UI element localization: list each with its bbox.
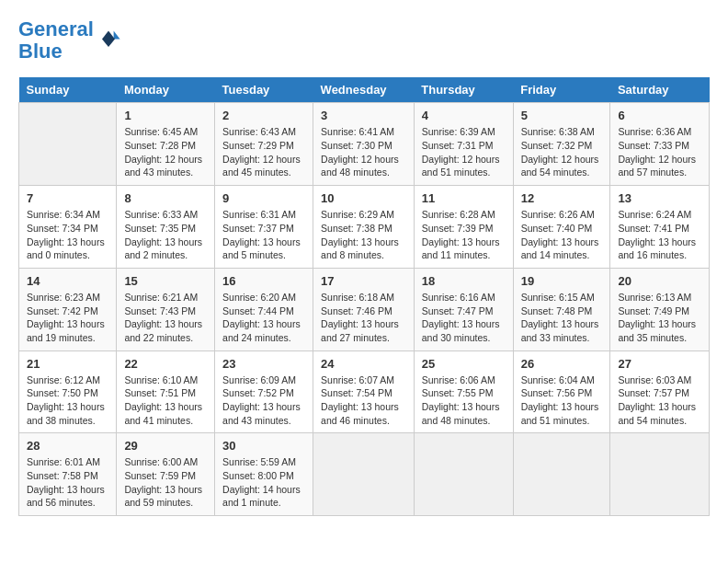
day-number: 27 bbox=[618, 357, 701, 371]
day-number: 12 bbox=[521, 191, 603, 205]
calendar-cell: 14Sunrise: 6:23 AMSunset: 7:42 PMDayligh… bbox=[19, 268, 117, 350]
day-number: 25 bbox=[422, 357, 506, 371]
calendar-cell bbox=[19, 103, 117, 186]
day-number: 4 bbox=[422, 109, 506, 122]
calendar-cell: 5Sunrise: 6:38 AMSunset: 7:32 PMDaylight… bbox=[513, 103, 610, 186]
logo-icon bbox=[96, 28, 121, 53]
weekday-header-monday: Monday bbox=[117, 77, 215, 103]
calendar-week-row: 28Sunrise: 6:01 AMSunset: 7:58 PMDayligh… bbox=[19, 433, 710, 516]
day-details: Sunrise: 6:23 AMSunset: 7:42 PMDaylight:… bbox=[27, 291, 108, 345]
day-number: 14 bbox=[27, 274, 108, 288]
day-details: Sunrise: 6:06 AMSunset: 7:55 PMDaylight:… bbox=[422, 373, 506, 428]
calendar-cell: 27Sunrise: 6:03 AMSunset: 7:57 PMDayligh… bbox=[610, 350, 710, 433]
calendar-cell: 7Sunrise: 6:34 AMSunset: 7:34 PMDaylight… bbox=[19, 186, 117, 269]
weekday-header-wednesday: Wednesday bbox=[313, 77, 415, 103]
day-number: 16 bbox=[222, 274, 305, 288]
day-details: Sunrise: 6:29 AMSunset: 7:38 PMDaylight:… bbox=[321, 208, 406, 262]
day-details: Sunrise: 6:09 AMSunset: 7:52 PMDaylight:… bbox=[222, 373, 305, 428]
calendar-cell: 3Sunrise: 6:41 AMSunset: 7:30 PMDaylight… bbox=[313, 103, 415, 186]
day-number: 18 bbox=[422, 274, 506, 288]
calendar-cell: 20Sunrise: 6:13 AMSunset: 7:49 PMDayligh… bbox=[610, 268, 710, 350]
calendar-cell: 25Sunrise: 6:06 AMSunset: 7:55 PMDayligh… bbox=[414, 350, 513, 433]
day-details: Sunrise: 6:31 AMSunset: 7:37 PMDaylight:… bbox=[222, 208, 305, 262]
day-number: 11 bbox=[422, 191, 506, 205]
calendar-cell: 16Sunrise: 6:20 AMSunset: 7:44 PMDayligh… bbox=[215, 268, 313, 350]
calendar-table: SundayMondayTuesdayWednesdayThursdayFrid… bbox=[18, 77, 710, 516]
day-number: 23 bbox=[222, 357, 305, 371]
calendar-cell: 6Sunrise: 6:36 AMSunset: 7:33 PMDaylight… bbox=[610, 103, 710, 186]
calendar-cell: 8Sunrise: 6:33 AMSunset: 7:35 PMDaylight… bbox=[117, 186, 215, 269]
day-number: 17 bbox=[321, 274, 406, 288]
calendar-week-row: 21Sunrise: 6:12 AMSunset: 7:50 PMDayligh… bbox=[19, 350, 710, 433]
calendar-cell: 15Sunrise: 6:21 AMSunset: 7:43 PMDayligh… bbox=[117, 268, 215, 350]
day-details: Sunrise: 6:38 AMSunset: 7:32 PMDaylight:… bbox=[521, 125, 603, 179]
day-details: Sunrise: 6:10 AMSunset: 7:51 PMDaylight:… bbox=[124, 373, 207, 428]
calendar-cell: 26Sunrise: 6:04 AMSunset: 7:56 PMDayligh… bbox=[513, 350, 610, 433]
day-details: Sunrise: 6:00 AMSunset: 7:59 PMDaylight:… bbox=[124, 455, 207, 510]
calendar-cell: 19Sunrise: 6:15 AMSunset: 7:48 PMDayligh… bbox=[513, 268, 610, 350]
weekday-header-friday: Friday bbox=[513, 77, 610, 103]
calendar-cell bbox=[313, 433, 415, 516]
day-details: Sunrise: 6:16 AMSunset: 7:47 PMDaylight:… bbox=[422, 291, 506, 345]
calendar-cell: 11Sunrise: 6:28 AMSunset: 7:39 PMDayligh… bbox=[414, 186, 513, 269]
day-details: Sunrise: 6:03 AMSunset: 7:57 PMDaylight:… bbox=[618, 373, 701, 428]
page-header: General Blue bbox=[18, 18, 710, 63]
day-details: Sunrise: 6:26 AMSunset: 7:40 PMDaylight:… bbox=[521, 208, 603, 262]
day-details: Sunrise: 6:07 AMSunset: 7:54 PMDaylight:… bbox=[321, 373, 406, 428]
day-number: 21 bbox=[27, 357, 108, 371]
day-number: 29 bbox=[124, 439, 207, 453]
calendar-cell bbox=[610, 433, 710, 516]
day-details: Sunrise: 6:39 AMSunset: 7:31 PMDaylight:… bbox=[422, 125, 506, 179]
calendar-cell: 2Sunrise: 6:43 AMSunset: 7:29 PMDaylight… bbox=[215, 103, 313, 186]
calendar-week-row: 1Sunrise: 6:45 AMSunset: 7:28 PMDaylight… bbox=[19, 103, 710, 186]
day-number: 20 bbox=[618, 274, 701, 288]
day-number: 15 bbox=[124, 274, 207, 288]
day-details: Sunrise: 6:43 AMSunset: 7:29 PMDaylight:… bbox=[222, 125, 305, 179]
logo: General Blue bbox=[18, 18, 121, 63]
day-number: 1 bbox=[124, 109, 207, 122]
day-details: Sunrise: 6:13 AMSunset: 7:49 PMDaylight:… bbox=[618, 291, 701, 345]
calendar-cell: 22Sunrise: 6:10 AMSunset: 7:51 PMDayligh… bbox=[117, 350, 215, 433]
day-details: Sunrise: 6:15 AMSunset: 7:48 PMDaylight:… bbox=[521, 291, 603, 345]
weekday-header-saturday: Saturday bbox=[610, 77, 710, 103]
day-details: Sunrise: 6:21 AMSunset: 7:43 PMDaylight:… bbox=[124, 291, 207, 345]
day-details: Sunrise: 6:36 AMSunset: 7:33 PMDaylight:… bbox=[618, 125, 701, 179]
day-number: 7 bbox=[27, 191, 108, 205]
calendar-cell bbox=[513, 433, 610, 516]
calendar-cell: 23Sunrise: 6:09 AMSunset: 7:52 PMDayligh… bbox=[215, 350, 313, 433]
day-number: 8 bbox=[124, 191, 207, 205]
day-details: Sunrise: 6:12 AMSunset: 7:50 PMDaylight:… bbox=[27, 373, 108, 428]
calendar-cell: 12Sunrise: 6:26 AMSunset: 7:40 PMDayligh… bbox=[513, 186, 610, 269]
day-details: Sunrise: 5:59 AMSunset: 8:00 PMDaylight:… bbox=[222, 455, 305, 510]
calendar-cell: 13Sunrise: 6:24 AMSunset: 7:41 PMDayligh… bbox=[610, 186, 710, 269]
day-number: 10 bbox=[321, 191, 406, 205]
calendar-cell: 28Sunrise: 6:01 AMSunset: 7:58 PMDayligh… bbox=[19, 433, 117, 516]
day-details: Sunrise: 6:45 AMSunset: 7:28 PMDaylight:… bbox=[124, 125, 207, 179]
day-number: 30 bbox=[222, 439, 305, 453]
day-details: Sunrise: 6:34 AMSunset: 7:34 PMDaylight:… bbox=[27, 208, 108, 262]
calendar-cell: 10Sunrise: 6:29 AMSunset: 7:38 PMDayligh… bbox=[313, 186, 415, 269]
day-number: 26 bbox=[521, 357, 603, 371]
calendar-cell: 4Sunrise: 6:39 AMSunset: 7:31 PMDaylight… bbox=[414, 103, 513, 186]
calendar-week-row: 14Sunrise: 6:23 AMSunset: 7:42 PMDayligh… bbox=[19, 268, 710, 350]
calendar-cell: 18Sunrise: 6:16 AMSunset: 7:47 PMDayligh… bbox=[414, 268, 513, 350]
calendar-cell: 29Sunrise: 6:00 AMSunset: 7:59 PMDayligh… bbox=[117, 433, 215, 516]
day-number: 9 bbox=[222, 191, 305, 205]
day-details: Sunrise: 6:28 AMSunset: 7:39 PMDaylight:… bbox=[422, 208, 506, 262]
calendar-cell bbox=[414, 433, 513, 516]
svg-marker-1 bbox=[102, 31, 115, 48]
calendar-week-row: 7Sunrise: 6:34 AMSunset: 7:34 PMDaylight… bbox=[19, 186, 710, 269]
calendar-cell: 30Sunrise: 5:59 AMSunset: 8:00 PMDayligh… bbox=[215, 433, 313, 516]
weekday-header-thursday: Thursday bbox=[414, 77, 513, 103]
day-number: 24 bbox=[321, 357, 406, 371]
day-details: Sunrise: 6:20 AMSunset: 7:44 PMDaylight:… bbox=[222, 291, 305, 345]
day-details: Sunrise: 6:24 AMSunset: 7:41 PMDaylight:… bbox=[618, 208, 701, 262]
day-number: 2 bbox=[222, 109, 305, 122]
day-number: 28 bbox=[27, 439, 108, 453]
calendar-cell: 17Sunrise: 6:18 AMSunset: 7:46 PMDayligh… bbox=[313, 268, 415, 350]
weekday-header-sunday: Sunday bbox=[19, 77, 117, 103]
day-number: 3 bbox=[321, 109, 406, 122]
weekday-header-tuesday: Tuesday bbox=[215, 77, 313, 103]
calendar-cell: 1Sunrise: 6:45 AMSunset: 7:28 PMDaylight… bbox=[117, 103, 215, 186]
calendar-cell: 21Sunrise: 6:12 AMSunset: 7:50 PMDayligh… bbox=[19, 350, 117, 433]
